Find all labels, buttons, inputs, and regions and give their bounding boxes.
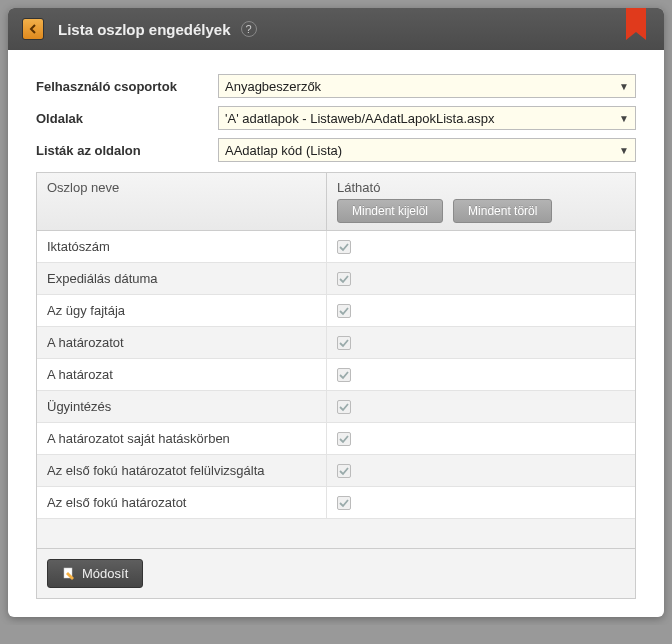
dropdown-lists-on-page-value: AAdatlap kód (Lista)	[225, 143, 342, 158]
cell-column-name: Iktatószám	[37, 231, 327, 262]
table-row: Expediálás dátuma	[37, 263, 635, 295]
table-row: Iktatószám	[37, 231, 635, 263]
dialog-title: Lista oszlop engedélyek	[58, 21, 231, 38]
table-row: A határozat	[37, 359, 635, 391]
modify-button-label: Módosít	[82, 566, 128, 581]
table-row: Az ügy fajtája	[37, 295, 635, 327]
header-visible: Látható Mindent kijelöl Mindent töröl	[327, 173, 635, 230]
table-row: Ügyintézés	[37, 391, 635, 423]
grid-rows: IktatószámExpediálás dátumaAz ügy fajtáj…	[37, 231, 635, 519]
visible-checkbox[interactable]	[337, 400, 351, 414]
permissions-grid: Oszlop neve Látható Mindent kijelöl Mind…	[36, 172, 636, 599]
visible-checkbox[interactable]	[337, 432, 351, 446]
cell-column-name: A határozatot	[37, 327, 327, 358]
dropdown-user-groups[interactable]: Anyagbeszerzők ▼	[218, 74, 636, 98]
select-all-button[interactable]: Mindent kijelöl	[337, 199, 443, 223]
table-row: Az első fokú határozatot felülvizsgálta	[37, 455, 635, 487]
dropdown-user-groups-value: Anyagbeszerzők	[225, 79, 321, 94]
cell-visible	[327, 391, 635, 422]
label-lists-on-page: Listák az oldalon	[36, 143, 218, 158]
table-row: A határozatot saját hatáskörben	[37, 423, 635, 455]
cell-column-name: Az első fokú határozatot	[37, 487, 327, 518]
bookmark-icon	[626, 8, 646, 32]
cell-column-name: Az első fokú határozatot felülvizsgálta	[37, 455, 327, 486]
cell-column-name: A határozat	[37, 359, 327, 390]
table-row: Az első fokú határozatot	[37, 487, 635, 519]
cell-visible	[327, 455, 635, 486]
content-area: Felhasználó csoportok Anyagbeszerzők ▼ O…	[8, 50, 664, 617]
edit-icon	[62, 567, 76, 581]
label-user-groups: Felhasználó csoportok	[36, 79, 218, 94]
cell-column-name: Expediálás dátuma	[37, 263, 327, 294]
cell-visible	[327, 327, 635, 358]
dropdown-pages-value: 'A' adatlapok - Listaweb/AAdatLapokLista…	[225, 111, 494, 126]
cell-visible	[327, 423, 635, 454]
clear-all-button[interactable]: Mindent töröl	[453, 199, 552, 223]
dropdown-pages[interactable]: 'A' adatlapok - Listaweb/AAdatLapokLista…	[218, 106, 636, 130]
cell-visible	[327, 231, 635, 262]
visible-checkbox[interactable]	[337, 272, 351, 286]
row-user-groups: Felhasználó csoportok Anyagbeszerzők ▼	[36, 74, 636, 98]
dropdown-lists-on-page[interactable]: AAdatlap kód (Lista) ▼	[218, 138, 636, 162]
grid-header: Oszlop neve Látható Mindent kijelöl Mind…	[37, 173, 635, 231]
help-icon[interactable]: ?	[241, 21, 257, 37]
row-pages: Oldalak 'A' adatlapok - Listaweb/AAdatLa…	[36, 106, 636, 130]
row-lists-on-page: Listák az oldalon AAdatlap kód (Lista) ▼	[36, 138, 636, 162]
modify-button[interactable]: Módosít	[47, 559, 143, 588]
cell-visible	[327, 359, 635, 390]
visible-checkbox[interactable]	[337, 240, 351, 254]
chevron-left-icon	[28, 24, 38, 34]
grid-footer: Módosít	[37, 549, 635, 598]
chevron-down-icon: ▼	[619, 81, 629, 92]
cell-visible	[327, 487, 635, 518]
cell-column-name: A határozatot saját hatáskörben	[37, 423, 327, 454]
header-visible-label: Látható	[337, 180, 625, 195]
dialog-window: Lista oszlop engedélyek ? Felhasználó cs…	[8, 8, 664, 617]
visible-checkbox[interactable]	[337, 368, 351, 382]
visible-checkbox[interactable]	[337, 496, 351, 510]
label-pages: Oldalak	[36, 111, 218, 126]
visible-checkbox[interactable]	[337, 336, 351, 350]
cell-column-name: Az ügy fajtája	[37, 295, 327, 326]
visible-checkbox[interactable]	[337, 464, 351, 478]
chevron-down-icon: ▼	[619, 145, 629, 156]
table-row: A határozatot	[37, 327, 635, 359]
cell-visible	[327, 263, 635, 294]
visible-checkbox[interactable]	[337, 304, 351, 318]
cell-column-name: Ügyintézés	[37, 391, 327, 422]
cell-visible	[327, 295, 635, 326]
titlebar: Lista oszlop engedélyek ?	[8, 8, 664, 50]
back-button[interactable]	[22, 18, 44, 40]
chevron-down-icon: ▼	[619, 113, 629, 124]
grid-spacer	[37, 519, 635, 549]
header-column-name: Oszlop neve	[37, 173, 327, 230]
